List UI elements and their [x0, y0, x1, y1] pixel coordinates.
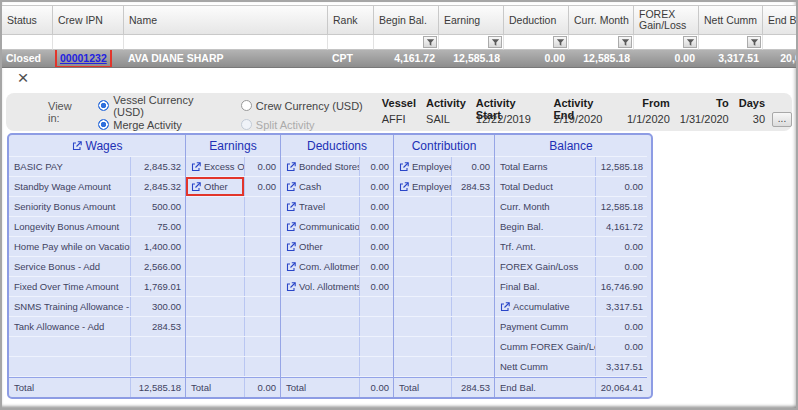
column-header-label: Nett Cumm [704, 15, 757, 26]
filter-cell-crew-ipn [53, 35, 124, 50]
activity-value: 1/31/2020 [680, 113, 729, 128]
detail-label-excess-ot[interactable]: Excess OT [186, 157, 244, 176]
column-header-label: FOREX Gain/Loss [639, 9, 698, 31]
radio-label: Merge Activity [113, 119, 181, 131]
detail-label-employer[interactable]: Employer [394, 177, 451, 196]
row-cell-name: AVA DIANE SHARP [124, 50, 328, 67]
column-header-begin-bal[interactable]: Begin Bal. [374, 6, 439, 35]
filter-cell-end-bal [763, 35, 796, 50]
column-header-label: Begin Bal. [379, 15, 427, 26]
detail-label-text: Com. Allotments [299, 261, 359, 272]
filter-button-begin-bal[interactable] [423, 36, 437, 48]
detail-row [186, 237, 280, 257]
column-header-deduction[interactable]: Deduction [504, 6, 569, 35]
detail-row: Bonded Stores0.00 [281, 157, 393, 177]
detail-label-communication[interactable]: Communication [281, 217, 359, 236]
column-header-forex-gain-loss[interactable]: FOREX Gain/Loss [634, 6, 699, 35]
external-link-icon [191, 182, 201, 192]
detail-row [394, 277, 494, 297]
detail-label-text: Tank Allowance - Add [14, 321, 104, 332]
detail-label-accumulative[interactable]: Accumulative [495, 297, 595, 316]
radio-icon [241, 119, 252, 130]
detail-label-travel[interactable]: Travel [281, 197, 359, 216]
detail-value [244, 337, 280, 356]
row-cell-deduction: 0.00 [504, 50, 569, 67]
crew-ipn-link[interactable]: 00001232 [60, 52, 107, 64]
detail-label-empty [394, 217, 451, 236]
detail-label-empty [281, 297, 359, 316]
row-cell-forex-gain-loss: 0.00 [634, 50, 699, 67]
detail-row [394, 297, 494, 317]
filter-button-earning[interactable] [488, 36, 502, 48]
detail-label-bonded-stores[interactable]: Bonded Stores [281, 157, 359, 176]
activity-header: Activity End [554, 97, 617, 113]
external-link-icon [399, 162, 409, 172]
detail-row: Nett Cumm3,317.51 [495, 357, 647, 377]
detail-row [281, 357, 393, 377]
section-wages: WagesBASIC PAY2,845.32Standby Wage Amoun… [9, 135, 185, 397]
activity-col-to: To1/31/2020 [675, 97, 734, 128]
detail-label-employee[interactable]: Employee [394, 157, 451, 176]
total-value: 284.53 [451, 378, 494, 397]
detail-label-text: Nett Cumm [500, 361, 548, 372]
detail-label-empty [281, 337, 359, 356]
detail-value: 284.53 [130, 317, 185, 336]
detail-value [244, 357, 280, 376]
detail-row [186, 297, 280, 317]
detail-label-seniority-bonus-amount: Seniority Bonus Amount [9, 197, 130, 216]
detail-label-nett-cumm: Nett Cumm [495, 357, 595, 376]
section-title-deductions: Deductions [281, 135, 393, 157]
annotation-box-other[interactable]: Other [186, 177, 244, 196]
detail-label-com-allotments[interactable]: Com. Allotments [281, 257, 359, 276]
filter-button-deduction[interactable] [553, 36, 567, 48]
close-icon[interactable]: × [14, 68, 32, 88]
column-header-status[interactable]: Status [2, 6, 53, 35]
column-header-rank[interactable]: Rank [328, 6, 374, 35]
detail-value: 0.00 [595, 257, 647, 276]
radio-merge-activity[interactable]: Merge Activity [98, 119, 227, 131]
detail-row: Standby Wage Amount2,845.32 [9, 177, 185, 197]
selected-crew-row[interactable]: Closed00001232AVA DIANE SHARPCPT4,161.72… [2, 50, 796, 68]
column-header-end-bal[interactable]: End Bal. [763, 6, 796, 35]
radio-crew-currency-usd[interactable]: Crew Currency (USD) [241, 94, 363, 118]
column-header-label: Rank [333, 15, 358, 26]
detail-label-cash[interactable]: Cash [281, 177, 359, 196]
detail-label-text: Total Deduct [500, 181, 553, 192]
detail-value: 0.00 [359, 277, 393, 296]
radio-label: Crew Currency (USD) [256, 100, 363, 112]
radio-vessel-currency-usd[interactable]: Vessel Currency (USD) [98, 94, 227, 118]
column-header-earning[interactable]: Earning [439, 6, 504, 35]
detail-label-other[interactable]: Other [281, 237, 359, 256]
activity-header: To [680, 97, 729, 113]
detail-row [394, 357, 494, 377]
column-header-name[interactable]: Name [124, 6, 328, 35]
total-label: Total [281, 378, 359, 397]
detail-row [186, 317, 280, 337]
funnel-icon [621, 38, 630, 47]
filter-button-forex-gain-loss[interactable] [683, 36, 697, 48]
detail-label-text: Total Earns [500, 161, 548, 172]
section-title-wages[interactable]: Wages [9, 135, 185, 157]
activity-col-activity-start: Activity Start12/22/2019 [471, 97, 549, 128]
filter-button-nett-cumm[interactable] [747, 36, 761, 48]
column-header-nett-cumm[interactable]: Nett Cumm [699, 6, 763, 35]
section-title-label: Contribution [412, 139, 477, 153]
detail-label-empty [281, 317, 359, 336]
detail-value: 3,317.51 [595, 357, 647, 376]
detail-row: Seniority Bonus Amount500.00 [9, 197, 185, 217]
detail-value: 4,161.72 [595, 217, 647, 236]
detail-label-empty [186, 357, 244, 376]
column-header-crew-ipn[interactable]: Crew IPN [53, 6, 124, 35]
detail-value: 1,400.00 [130, 237, 185, 256]
detail-row: Employer284.53 [394, 177, 494, 197]
detail-label-empty [394, 357, 451, 376]
external-link-icon [399, 182, 409, 192]
filter-button-curr-month[interactable] [618, 36, 632, 48]
detail-row [281, 297, 393, 317]
total-label: End Bal. [495, 378, 595, 397]
detail-value [244, 197, 280, 216]
column-header-curr-month[interactable]: Curr. Month [569, 6, 634, 35]
detail-label-vol-allotments[interactable]: Vol. Allotments [281, 277, 359, 296]
row-cell-end-bal: 20,064.41 [763, 50, 796, 67]
ellipsis-button[interactable]: ... [772, 112, 792, 127]
